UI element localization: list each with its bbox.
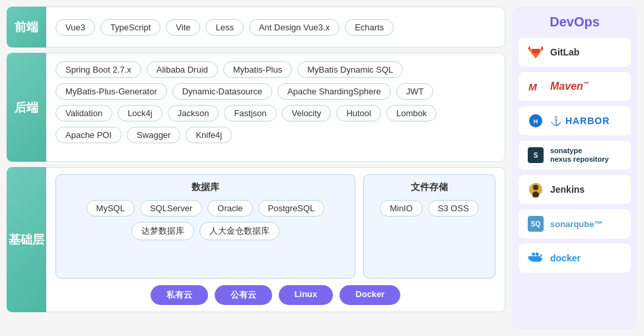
gitlab-icon bbox=[526, 43, 545, 61]
db-tags: MySQLSQLServerOraclePostgreSQL达梦数据库人大金仓数… bbox=[65, 200, 345, 240]
backend-tag: MyBatis-Plus-Generator bbox=[55, 83, 167, 100]
maven-label: Maven™ bbox=[550, 81, 589, 92]
sonarqube-label: sonarqube™ bbox=[550, 219, 602, 229]
db-tag: 达梦数据库 bbox=[131, 222, 194, 240]
backend-tag: Mybatis-Plus bbox=[223, 61, 292, 78]
backend-tag: Apache POI bbox=[55, 127, 122, 143]
svg-rect-13 bbox=[532, 253, 535, 255]
file-tag: MinIO bbox=[380, 200, 423, 217]
svg-point-15 bbox=[540, 254, 542, 257]
file-title: 文件存储 bbox=[411, 182, 448, 193]
devops-item-jenkins: Jenkins bbox=[519, 175, 631, 204]
file-tags: MinIOS3 OSS bbox=[380, 200, 479, 217]
backend-row: 后端 Spring Boot 2.7.xAlibaba DruidMybatis… bbox=[7, 53, 505, 162]
jenkins-icon bbox=[526, 180, 545, 199]
docker-label: docker bbox=[550, 253, 581, 263]
devops-item-docker: docker bbox=[519, 244, 631, 273]
frontend-tag: TypeScript bbox=[100, 19, 161, 36]
backend-tag: Knife4j bbox=[186, 127, 232, 143]
frontend-tag: Ant Design Vue3.x bbox=[249, 19, 340, 36]
infra-bottom-tag: 私有云 bbox=[151, 285, 208, 305]
sonatype-icon: S bbox=[526, 146, 545, 164]
backend-tag: JWT bbox=[396, 83, 434, 100]
db-tag: 人大金仓数据库 bbox=[199, 222, 279, 240]
infra-bottom: 私有云公有云LinuxDocker bbox=[151, 285, 401, 305]
infra-label: 基础层 bbox=[7, 167, 46, 312]
jenkins-label: Jenkins bbox=[550, 184, 585, 195]
devops-sidebar: DevOps GitLab M Maven™ H ⚓ HARBOR S sona… bbox=[512, 7, 637, 329]
file-section: 文件存储 MinIOS3 OSS bbox=[363, 174, 495, 279]
sonarqube-icon: SQ bbox=[526, 215, 545, 233]
db-section: 数据库 MySQLSQLServerOraclePostgreSQL达梦数据库人… bbox=[55, 174, 355, 279]
infra-bottom-tag: Docker bbox=[340, 285, 400, 305]
infra-bottom-tag: Linux bbox=[279, 285, 334, 305]
backend-tag: Spring Boot 2.7.x bbox=[55, 61, 141, 78]
devops-item-sonarqube: SQ sonarqube™ bbox=[519, 209, 631, 238]
frontend-tag: Vue3 bbox=[55, 19, 95, 36]
infra-content: 数据库 MySQLSQLServerOraclePostgreSQL达梦数据库人… bbox=[46, 167, 505, 312]
infra-row: 基础层 数据库 MySQLSQLServerOraclePostgreSQL达梦… bbox=[7, 167, 505, 312]
maven-icon: M bbox=[526, 77, 545, 96]
backend-content: Spring Boot 2.7.xAlibaba DruidMybatis-Pl… bbox=[46, 53, 505, 162]
svg-text:M: M bbox=[528, 81, 538, 92]
devops-item-gitlab: GitLab bbox=[519, 38, 631, 67]
infra-bottom-tag: 公有云 bbox=[215, 285, 272, 305]
backend-tag: Jackson bbox=[168, 105, 219, 121]
db-tag: MySQL bbox=[87, 200, 135, 217]
backend-tag: Swagger bbox=[127, 127, 180, 143]
frontend-content: Vue3TypeScriptViteLessAnt Design Vue3.xE… bbox=[46, 7, 505, 48]
sonatype-label: sonatypenexus repository bbox=[550, 147, 609, 164]
gitlab-label: GitLab bbox=[550, 47, 579, 57]
harbor-icon: H bbox=[526, 112, 545, 130]
backend-tag: Apache ShardingSphere bbox=[277, 83, 391, 100]
backend-label: 后端 bbox=[7, 53, 46, 162]
frontend-tag: Vite bbox=[166, 19, 200, 36]
main-content: 前端 Vue3TypeScriptViteLessAnt Design Vue3… bbox=[7, 7, 505, 329]
svg-text:SQ: SQ bbox=[531, 220, 541, 228]
devops-item-harbor: H ⚓ HARBOR bbox=[519, 106, 631, 135]
infra-middle: 数据库 MySQLSQLServerOraclePostgreSQL达梦数据库人… bbox=[55, 174, 495, 279]
frontend-tag: Echarts bbox=[345, 19, 394, 36]
backend-tag: Lock4j bbox=[118, 105, 162, 121]
frontend-tag: Less bbox=[205, 19, 243, 36]
svg-text:H: H bbox=[534, 118, 538, 125]
backend-tag: Dynamic-Datasource bbox=[172, 83, 272, 100]
docker-icon bbox=[526, 249, 545, 267]
db-tag: Oracle bbox=[207, 200, 252, 217]
backend-tag: Validation bbox=[55, 105, 112, 121]
svg-point-6 bbox=[533, 185, 538, 190]
devops-title: DevOps bbox=[519, 15, 631, 30]
file-tag: S3 OSS bbox=[428, 200, 479, 217]
backend-tag: Lombok bbox=[386, 105, 437, 121]
db-title: 数据库 bbox=[65, 182, 345, 193]
svg-text:S: S bbox=[534, 152, 538, 159]
backend-tag: MyBatis Dynamic SQL bbox=[297, 61, 403, 78]
svg-rect-14 bbox=[536, 253, 538, 255]
backend-tag: Hutool bbox=[336, 105, 381, 121]
backend-tag: Velocity bbox=[282, 105, 332, 121]
db-tag: SQLServer bbox=[140, 200, 202, 217]
devops-item-sonatype: S sonatypenexus repository bbox=[519, 141, 631, 170]
harbor-label: ⚓ HARBOR bbox=[550, 116, 610, 126]
backend-tag: Alibaba Druid bbox=[147, 61, 218, 78]
frontend-row: 前端 Vue3TypeScriptViteLessAnt Design Vue3… bbox=[7, 7, 505, 48]
devops-item-maven: M Maven™ bbox=[519, 72, 631, 101]
frontend-label: 前端 bbox=[7, 7, 46, 48]
backend-tag: Fastjson bbox=[224, 105, 276, 121]
db-tag: PostgreSQL bbox=[258, 200, 325, 217]
